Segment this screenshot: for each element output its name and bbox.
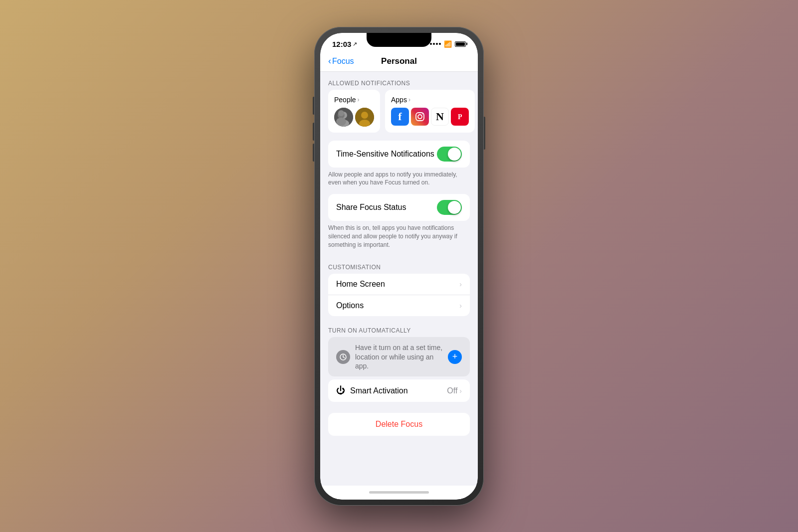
people-card[interactable]: People › bbox=[328, 90, 380, 133]
allowed-notifications-header: ALLOWED NOTIFICATIONS bbox=[320, 72, 478, 90]
battery-icon bbox=[455, 41, 466, 47]
svg-point-4 bbox=[338, 110, 344, 116]
power-icon: ⏻ bbox=[336, 385, 345, 396]
home-screen-row[interactable]: Home Screen › bbox=[328, 274, 470, 295]
time-sensitive-row: Time-Sensitive Notifications bbox=[328, 141, 470, 168]
allowed-cards-container: People › bbox=[320, 90, 478, 141]
customisation-list: Home Screen › Options › bbox=[328, 274, 470, 316]
smart-activation-row[interactable]: ⏻ Smart Activation Off › bbox=[328, 379, 470, 402]
signal-dot-1 bbox=[430, 43, 432, 45]
spacer bbox=[320, 405, 478, 413]
share-focus-description: When this is on, tell apps you have noti… bbox=[320, 224, 478, 256]
notch bbox=[367, 33, 431, 47]
content-area: ALLOWED NOTIFICATIONS People › bbox=[320, 72, 478, 486]
smart-activation-value: Off bbox=[447, 386, 457, 395]
auto-turn-on-row[interactable]: Have it turn on at a set time, location … bbox=[328, 337, 470, 376]
phone-inner: 12:03 ↗ 📶 bbox=[320, 33, 478, 500]
home-indicator bbox=[320, 486, 478, 500]
smart-activation-left: ⏻ Smart Activation bbox=[336, 385, 408, 396]
apps-card-title: Apps › bbox=[391, 96, 469, 104]
time-sensitive-toggle[interactable] bbox=[437, 147, 462, 162]
status-time: 12:03 ↗ bbox=[332, 40, 357, 48]
add-icon: + bbox=[452, 352, 458, 362]
auto-turn-on-text: Have it turn on at a set time, location … bbox=[355, 343, 443, 370]
notion-n-letter: N bbox=[436, 110, 444, 123]
share-focus-toggle[interactable] bbox=[437, 200, 462, 215]
add-auto-button[interactable]: + bbox=[448, 350, 462, 364]
svg-line-16 bbox=[343, 357, 345, 358]
share-focus-group: Share Focus Status bbox=[328, 194, 470, 221]
time-sensitive-group: Time-Sensitive Notifications bbox=[328, 141, 470, 168]
instagram-app-icon bbox=[411, 108, 429, 126]
phone-frame: 12:03 ↗ 📶 bbox=[314, 27, 484, 506]
screen: 12:03 ↗ 📶 bbox=[320, 33, 478, 500]
delete-focus-label: Delete Focus bbox=[376, 420, 422, 428]
signal-dot-3 bbox=[436, 43, 438, 45]
status-icons: 📶 bbox=[430, 40, 466, 48]
options-label: Options bbox=[336, 301, 364, 310]
share-focus-row: Share Focus Status bbox=[328, 194, 470, 221]
notion-app-icon: N bbox=[431, 108, 449, 126]
avatar-2 bbox=[355, 108, 374, 127]
share-focus-label: Share Focus Status bbox=[336, 203, 406, 212]
time-sensitive-description: Allow people and apps to notify you imme… bbox=[320, 171, 478, 194]
svg-point-5 bbox=[336, 118, 346, 126]
svg-point-11 bbox=[422, 113, 423, 114]
signal-bars bbox=[430, 43, 441, 45]
svg-point-10 bbox=[418, 115, 422, 119]
back-button[interactable]: ‹ Focus bbox=[328, 56, 354, 66]
home-screen-right: › bbox=[459, 280, 462, 288]
apps-card[interactable]: Apps › f bbox=[385, 90, 475, 133]
wifi-icon: 📶 bbox=[444, 40, 452, 48]
people-card-title: People › bbox=[334, 96, 374, 104]
page-title: Personal bbox=[381, 56, 417, 66]
location-icon: ↗ bbox=[353, 41, 357, 47]
signal-dot-2 bbox=[433, 43, 435, 45]
nav-bar: ‹ Focus Personal bbox=[320, 52, 478, 72]
customisation-header: CUSTOMISATION bbox=[320, 256, 478, 274]
svg-text:P: P bbox=[458, 113, 462, 121]
back-label[interactable]: Focus bbox=[332, 57, 354, 66]
avatar-1 bbox=[334, 108, 353, 127]
smart-activation-chevron-icon: › bbox=[459, 387, 462, 395]
auto-turn-on-icon bbox=[336, 350, 350, 364]
people-chevron-icon: › bbox=[358, 96, 360, 103]
options-chevron-icon: › bbox=[459, 302, 462, 310]
back-chevron-icon: ‹ bbox=[328, 56, 331, 66]
options-right: › bbox=[459, 302, 462, 310]
home-bar bbox=[369, 491, 429, 494]
people-avatars bbox=[334, 108, 374, 127]
app-icons-row: f N bbox=[391, 108, 469, 126]
home-screen-label: Home Screen bbox=[336, 280, 385, 289]
smart-activation-right: Off › bbox=[447, 386, 462, 395]
delete-focus-row[interactable]: Delete Focus bbox=[328, 413, 470, 436]
clock-time: 12:03 bbox=[332, 40, 351, 48]
apps-label: Apps bbox=[391, 96, 407, 104]
toggle-knob bbox=[448, 148, 461, 161]
time-sensitive-label: Time-Sensitive Notifications bbox=[336, 150, 434, 159]
turn-on-auto-header: TURN ON AUTOMATICALLY bbox=[320, 319, 478, 337]
apps-chevron-icon: › bbox=[408, 96, 410, 103]
options-row[interactable]: Options › bbox=[328, 295, 470, 316]
pinterest-app-icon: P bbox=[451, 108, 469, 126]
svg-point-7 bbox=[361, 112, 368, 119]
smart-activation-label: Smart Activation bbox=[350, 386, 408, 395]
share-focus-knob bbox=[448, 201, 461, 214]
facebook-app-icon: f bbox=[391, 108, 409, 126]
battery-fill bbox=[456, 42, 465, 46]
home-screen-chevron-icon: › bbox=[459, 280, 462, 288]
signal-dot-4 bbox=[439, 43, 441, 45]
people-label: People bbox=[334, 96, 356, 104]
